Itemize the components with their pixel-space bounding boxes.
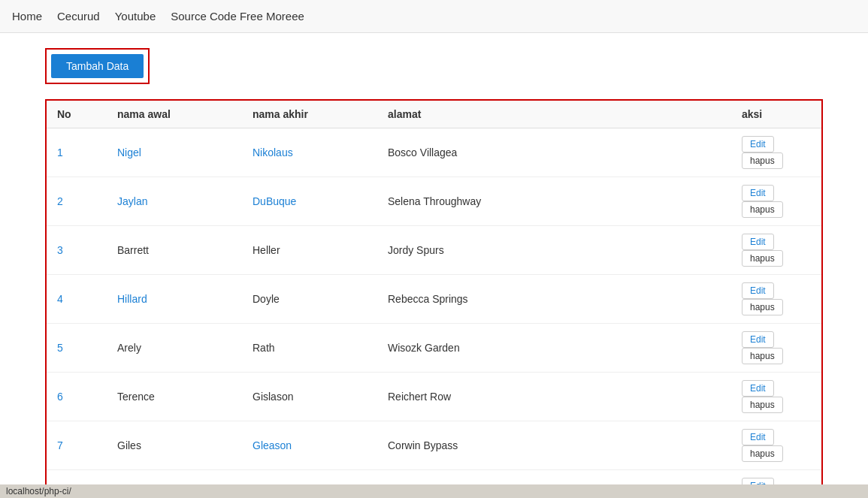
main-content: Tambah Data No nama awal nama akhir alam… bbox=[0, 33, 868, 498]
edit-button[interactable]: Edit bbox=[742, 234, 774, 250]
nav-youtube[interactable]: Youtube bbox=[115, 10, 156, 23]
tambah-data-area: Tambah Data bbox=[45, 48, 150, 84]
cell-no: 3 bbox=[47, 226, 107, 275]
cell-nama-awal: Arely bbox=[107, 324, 242, 373]
cell-alamat: Corwin Bypass bbox=[377, 421, 731, 470]
table-row: 2JaylanDuBuqueSelena ThroughwayEdithapus bbox=[47, 177, 821, 226]
cell-no: 6 bbox=[47, 373, 107, 421]
cell-nama-awal[interactable]: Jaylan bbox=[107, 177, 242, 226]
table-row: 5ArelyRathWisozk GardenEdithapus bbox=[47, 324, 821, 373]
hapus-button[interactable]: hapus bbox=[742, 250, 783, 267]
cell-no: 7 bbox=[47, 421, 107, 470]
cell-nama-awal[interactable]: Hillard bbox=[107, 275, 242, 324]
cell-aksi: Edithapus bbox=[731, 421, 821, 470]
cell-nama-akhir[interactable]: Nikolaus bbox=[242, 128, 377, 177]
nav-home[interactable]: Home bbox=[12, 10, 42, 23]
hapus-button[interactable]: hapus bbox=[742, 445, 783, 462]
hapus-button[interactable]: hapus bbox=[742, 152, 783, 169]
cell-aksi: Edithapus bbox=[731, 324, 821, 373]
table-row: 4HillardDoyleRebecca SpringsEdithapus bbox=[47, 275, 821, 324]
cell-alamat: Selena Throughway bbox=[377, 177, 731, 226]
edit-button[interactable]: Edit bbox=[742, 331, 774, 348]
cell-nama-awal: Barrett bbox=[107, 226, 242, 275]
cell-alamat: Jordy Spurs bbox=[377, 226, 731, 275]
navbar: Home Cecurud Youtube Source Code Free Mo… bbox=[0, 0, 868, 33]
cell-alamat: Wisozk Garden bbox=[377, 324, 731, 373]
table-row: 3BarrettHellerJordy SpursEdithapus bbox=[47, 226, 821, 275]
cell-nama-awal: Giles bbox=[107, 421, 242, 470]
nav-cecurud[interactable]: Cecurud bbox=[57, 10, 100, 23]
hapus-button[interactable]: hapus bbox=[742, 201, 783, 218]
col-header-nama-akhir: nama akhir bbox=[242, 101, 377, 128]
nav-source[interactable]: Source Code Free Moreee bbox=[171, 10, 304, 23]
cell-alamat: Rebecca Springs bbox=[377, 275, 731, 324]
cell-nama-awal: Terence bbox=[107, 373, 242, 421]
table-row: 1NigelNikolausBosco VillageaEdithapus bbox=[47, 128, 821, 177]
statusbar-url: localhost/php-ci/ bbox=[6, 486, 71, 496]
data-table: No nama awal nama akhir alamat aksi 1Nig… bbox=[47, 101, 821, 498]
statusbar: localhost/php-ci/ bbox=[0, 484, 868, 498]
hapus-button[interactable]: hapus bbox=[742, 299, 783, 315]
cell-aksi: Edithapus bbox=[731, 177, 821, 226]
col-header-alamat: alamat bbox=[377, 101, 731, 128]
edit-button[interactable]: Edit bbox=[742, 429, 774, 445]
tambah-data-button[interactable]: Tambah Data bbox=[51, 54, 144, 78]
cell-nama-akhir: Gislason bbox=[242, 373, 377, 421]
cell-nama-awal[interactable]: Nigel bbox=[107, 128, 242, 177]
cell-nama-akhir: Rath bbox=[242, 324, 377, 373]
hapus-button[interactable]: hapus bbox=[742, 397, 783, 413]
cell-nama-akhir[interactable]: Gleason bbox=[242, 421, 377, 470]
table-body: 1NigelNikolausBosco VillageaEdithapus2Ja… bbox=[47, 128, 821, 499]
cell-alamat: Reichert Row bbox=[377, 373, 731, 421]
col-header-nama-awal: nama awal bbox=[107, 101, 242, 128]
hapus-button[interactable]: hapus bbox=[742, 348, 783, 364]
table-header-row: No nama awal nama akhir alamat aksi bbox=[47, 101, 821, 128]
cell-no: 5 bbox=[47, 324, 107, 373]
cell-aksi: Edithapus bbox=[731, 373, 821, 421]
cell-aksi: Edithapus bbox=[731, 128, 821, 177]
cell-aksi: Edithapus bbox=[731, 275, 821, 324]
cell-nama-akhir: Doyle bbox=[242, 275, 377, 324]
edit-button[interactable]: Edit bbox=[742, 380, 774, 397]
cell-no: 4 bbox=[47, 275, 107, 324]
cell-aksi: Edithapus bbox=[731, 226, 821, 275]
cell-nama-akhir: Heller bbox=[242, 226, 377, 275]
edit-button[interactable]: Edit bbox=[742, 185, 774, 201]
cell-no: 2 bbox=[47, 177, 107, 226]
cell-nama-akhir[interactable]: DuBuque bbox=[242, 177, 377, 226]
data-table-wrapper: No nama awal nama akhir alamat aksi 1Nig… bbox=[45, 99, 823, 498]
table-row: 6TerenceGislasonReichert RowEdithapus bbox=[47, 373, 821, 421]
edit-button[interactable]: Edit bbox=[742, 136, 774, 152]
col-header-aksi: aksi bbox=[731, 101, 821, 128]
cell-no: 1 bbox=[47, 128, 107, 177]
cell-alamat: Bosco Villagea bbox=[377, 128, 731, 177]
edit-button[interactable]: Edit bbox=[742, 282, 774, 299]
col-header-no: No bbox=[47, 101, 107, 128]
table-row: 7GilesGleasonCorwin BypassEdithapus bbox=[47, 421, 821, 470]
